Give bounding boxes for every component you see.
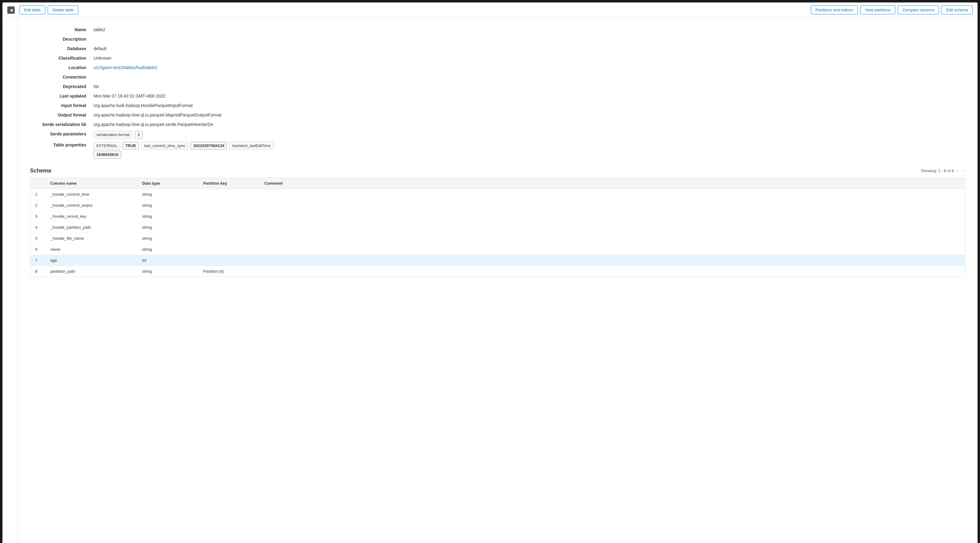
row-column-name: _hoodie_record_key <box>46 211 137 222</box>
schema-header-row: Column name Data type Partition key Comm… <box>30 178 965 189</box>
serde-params-value: serialization.format 1 <box>91 129 305 140</box>
row-num: 6 <box>30 244 46 255</box>
row-comment <box>260 222 965 233</box>
row-column-name: _hoodie_commit_time <box>46 189 137 200</box>
serde-value-tag: 1 <box>135 131 143 139</box>
info-table: Name table2 Description Database default <box>30 25 305 160</box>
row-data-type: string <box>137 233 199 244</box>
table-prop-key: EXTERNAL <box>94 142 120 150</box>
view-partitions-button[interactable]: View partitions <box>861 5 895 14</box>
row-column-name: _hoodie_file_name <box>46 233 137 244</box>
table-props-value: EXTERNALTRUElast_commit_time_sync2022030… <box>91 140 305 160</box>
deprecated-value: No <box>91 82 305 91</box>
row-partition-key <box>199 233 260 244</box>
row-comment <box>260 233 965 244</box>
row-column-name: _hoodie_partition_path <box>46 222 137 233</box>
table-prop-value: 20220307084134 <box>191 142 227 150</box>
table-props-container: EXTERNALTRUElast_commit_time_sync2022030… <box>94 142 303 159</box>
serde-lib-label: Serde serialization lib <box>30 120 91 129</box>
table-row: 3_hoodie_record_keystring <box>30 211 965 222</box>
database-label: Database <box>30 44 91 54</box>
schema-pagination: Showing: 1 - 8 of 8 ‹ › <box>921 168 965 174</box>
schema-table-body: 1_hoodie_commit_timestring2_hoodie_commi… <box>30 189 965 277</box>
table-prop-key: last_commit_time_sync <box>141 142 188 150</box>
row-column-name: age <box>46 255 137 266</box>
description-label: Description <box>30 35 91 44</box>
row-num: 8 <box>30 266 46 277</box>
serde-params-container: serialization.format 1 <box>94 131 303 139</box>
row-data-type: string <box>137 189 199 200</box>
schema-table: Column name Data type Partition key Comm… <box>30 178 965 277</box>
row-partition-key <box>199 222 260 233</box>
compare-versions-button[interactable]: Compare versions <box>898 5 939 14</box>
row-data-type: string <box>137 222 199 233</box>
toolbar-right: Partitions and indices View partitions C… <box>811 5 973 14</box>
row-column-name: name <box>46 244 137 255</box>
info-row-classification: Classification Unknown <box>30 54 305 63</box>
row-data-type: string <box>137 244 199 255</box>
row-num: 7 <box>30 255 46 266</box>
content-area: Name table2 Description Database default <box>2 18 978 543</box>
info-row-table-props: Table properties EXTERNALTRUElast_commit… <box>30 140 305 160</box>
output-format-value: org.apache.hadoop.hive.ql.io.parquet.Map… <box>91 110 305 120</box>
info-row-last-updated: Last updated Mon Mar 07 16:43:31 GMT+800… <box>30 91 305 101</box>
schema-title: Schema <box>30 168 51 174</box>
table-row: 8partitioin_pathstringPartition (0) <box>30 266 965 277</box>
row-comment <box>260 255 965 266</box>
edit-table-button[interactable]: Edit table <box>19 5 45 14</box>
row-num: 2 <box>30 200 46 211</box>
col-header-comment: Comment <box>260 178 965 189</box>
location-label: Location <box>30 63 91 73</box>
row-comment <box>260 266 965 277</box>
schema-table-header: Column name Data type Partition key Comm… <box>30 178 965 189</box>
prev-page-button[interactable]: ‹ <box>956 168 960 174</box>
table-row: 2_hoodie_commit_seqnostring <box>30 200 965 211</box>
row-comment <box>260 244 965 255</box>
row-data-type: string <box>137 211 199 222</box>
name-value: table2 <box>91 25 305 35</box>
row-num: 1 <box>30 189 46 200</box>
row-num: 4 <box>30 222 46 233</box>
row-num: 3 <box>30 211 46 222</box>
col-header-type: Data type <box>137 178 199 189</box>
schema-header: Schema Showing: 1 - 8 of 8 ‹ › <box>30 168 965 174</box>
info-row-description: Description <box>30 35 305 44</box>
table-row: 6namestring <box>30 244 965 255</box>
delete-table-button[interactable]: Delete table <box>48 5 78 14</box>
table-prop-value: 1646642610 <box>94 151 121 159</box>
row-comment <box>260 200 965 211</box>
schema-section: Schema Showing: 1 - 8 of 8 ‹ › Column na… <box>30 168 965 277</box>
input-format-label: Input format <box>30 101 91 110</box>
row-comment <box>260 211 965 222</box>
serde-params-label: Serde parameters <box>30 129 91 140</box>
table-row: 5_hoodie_file_namestring <box>30 233 965 244</box>
next-page-button[interactable]: › <box>961 168 965 174</box>
output-format-label: Output format <box>30 110 91 120</box>
info-row-output-format: Output format org.apache.hadoop.hive.ql.… <box>30 110 305 120</box>
row-column-name: _hoodie_commit_seqno <box>46 200 137 211</box>
last-updated-value: Mon Mar 07 16:43:31 GMT+800 2022 <box>91 91 305 101</box>
edit-schema-button[interactable]: Edit schema <box>942 5 973 14</box>
row-partition-key <box>199 244 260 255</box>
main-content: Name table2 Description Database default <box>18 18 978 543</box>
row-comment <box>260 189 965 200</box>
last-updated-label: Last updated <box>30 91 91 101</box>
row-partition-key <box>199 189 260 200</box>
info-row-connection: Connection <box>30 73 305 82</box>
sidebar-toggle-button[interactable]: ◀ <box>7 6 15 14</box>
info-row-deprecated: Deprecated No <box>30 82 305 91</box>
location-link[interactable]: s3://gavin-test2/tables/hudi/table2 <box>94 65 158 70</box>
database-value: default <box>91 44 305 54</box>
connection-value <box>91 73 305 82</box>
table-prop-value: TRUE <box>123 142 139 150</box>
location-value: s3://gavin-test2/tables/hudi/table2 <box>91 63 305 73</box>
row-num: 5 <box>30 233 46 244</box>
input-format-value: org.apache.hudi.hadoop.HoodieParquetInpu… <box>91 101 305 110</box>
partitions-indices-button[interactable]: Partitions and indices <box>811 5 858 14</box>
info-row-location: Location s3://gavin-test2/tables/hudi/ta… <box>30 63 305 73</box>
toolbar: ◀ Edit table Delete table Partitions and… <box>2 2 978 18</box>
row-partition-key <box>199 200 260 211</box>
table-props-label: Table properties <box>30 140 91 160</box>
name-label: Name <box>30 25 91 35</box>
row-partition-key: Partition (0) <box>199 266 260 277</box>
